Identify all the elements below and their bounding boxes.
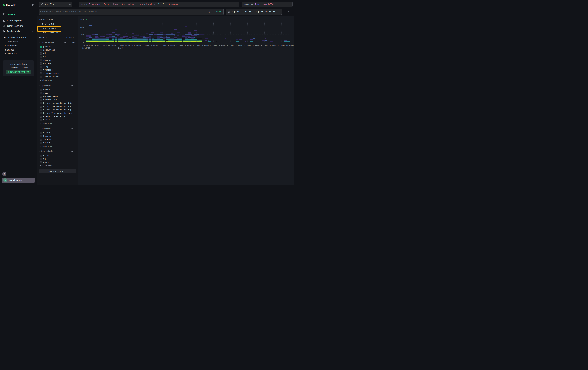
svg-text:12:00am: 12:00am (116, 44, 124, 47)
svg-text:0: 0 (83, 41, 84, 43)
svg-text:1:00am: 1:00am (134, 44, 141, 47)
svg-text:8:30am: 8:30am (261, 44, 268, 47)
svg-text:9/14/25: 9/14/25 (82, 47, 90, 49)
svg-text:3:00am: 3:00am (168, 44, 175, 47)
svg-text:9:30am: 9:30am (278, 44, 285, 47)
svg-text:6:00am: 6:00am (219, 44, 225, 47)
svg-text:5:00am: 5:00am (202, 44, 209, 47)
svg-text:11:00pm: 11:00pm (99, 44, 107, 47)
svg-text:10:00pm: 10:00pm (82, 44, 90, 47)
svg-text:2:30am: 2:30am (159, 44, 166, 47)
svg-text:8:00am: 8:00am (253, 44, 259, 47)
svg-text:6:30am: 6:30am (227, 44, 234, 47)
svg-text:9:00am: 9:00am (270, 44, 276, 47)
svg-text:7:00am: 7:00am (236, 44, 242, 47)
svg-text:10:30pm: 10:30pm (91, 44, 99, 47)
svg-text:600: 600 (80, 19, 84, 21)
svg-text:1:30am: 1:30am (142, 44, 149, 47)
svg-text:2:00am: 2:00am (151, 44, 158, 47)
svg-text:4:30am: 4:30am (193, 44, 200, 47)
svg-text:3:30am: 3:30am (176, 44, 183, 47)
svg-text:200: 200 (80, 34, 84, 36)
svg-text:9/15: 9/15 (118, 47, 123, 49)
svg-text:11:30pm: 11:30pm (108, 44, 116, 47)
svg-text:10:00am: 10:00am (286, 44, 294, 47)
svg-text:400: 400 (80, 26, 84, 29)
svg-text:12:30am: 12:30am (125, 44, 133, 47)
svg-text:7:30am: 7:30am (244, 44, 251, 47)
svg-text:5:30am: 5:30am (210, 44, 217, 47)
svg-text:4:00am: 4:00am (185, 44, 191, 47)
